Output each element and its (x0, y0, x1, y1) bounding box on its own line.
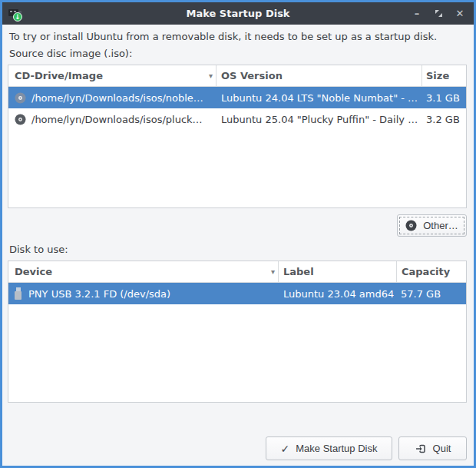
device-name: PNY USB 3.2.1 FD (/dev/sda) (28, 288, 170, 300)
quit-button[interactable]: Quit (398, 436, 467, 460)
window-title: Make Startup Disk (2, 8, 474, 19)
restore-icon (434, 8, 444, 18)
make-button-label: Make Startup Disk (296, 443, 377, 454)
titlebar[interactable]: ↓ Make Startup Disk – ✕ (2, 2, 474, 25)
capacity-value: 57.7 GB (401, 288, 441, 300)
make-startup-disk-window: ↓ Make Startup Disk – ✕ To try or instal… (0, 0, 476, 468)
disk-table-empty-area[interactable] (8, 304, 466, 402)
source-section-label: Source disc image (.iso): (9, 48, 467, 59)
dialog-content: To try or install Ubuntu from a removabl… (2, 25, 474, 466)
usb-creator-app-icon: ↓ (8, 7, 24, 21)
column-header-cd-drive-image[interactable]: CD-Drive/Image ▾ (8, 65, 217, 87)
column-header-size[interactable]: Size (422, 65, 466, 87)
disc-icon (15, 92, 26, 104)
os-version: Lubuntu 24.04 LTS "Noble Numbat" - … (221, 92, 418, 104)
intro-text: To try or install Ubuntu from a removabl… (9, 31, 467, 42)
check-icon: ✓ (281, 443, 290, 455)
column-header-label: CD-Drive/Image (15, 70, 103, 81)
disc-icon (15, 114, 26, 125)
iso-path: /home/lyn/Downloads/isos/pluck… (31, 114, 203, 125)
column-header-label-col[interactable]: Label (279, 261, 397, 283)
disk-row-pny-usb[interactable]: PNY USB 3.2.1 FD (/dev/sda) Lubuntu 23.0… (8, 283, 466, 304)
dialog-actions: ✓ Make Startup Disk Quit (8, 436, 467, 460)
column-header-label: Label (283, 266, 314, 277)
source-table-empty-area[interactable] (8, 130, 466, 207)
close-button[interactable]: ✕ (453, 7, 467, 21)
sort-descending-icon: ▾ (271, 267, 278, 276)
disk-section-label: Disk to use: (9, 244, 467, 255)
disc-icon (405, 220, 417, 231)
column-header-capacity[interactable]: Capacity (397, 261, 466, 283)
column-header-label: OS Version (221, 70, 283, 81)
quit-button-label: Quit (433, 443, 451, 454)
source-image-table: CD-Drive/Image ▾ OS Version Size (8, 65, 467, 208)
os-version: Lubuntu 25.04 "Plucky Puffin" - Daily … (221, 114, 418, 125)
source-row-plucky[interactable]: /home/lyn/Downloads/isos/pluck… Lubuntu … (8, 108, 466, 130)
column-header-label: Size (426, 70, 449, 81)
disk-table: Device ▾ Label Capacity PNY USB 3.2.1 FD… (8, 261, 467, 403)
iso-size: 3.2 GB (426, 114, 460, 125)
sort-descending-icon: ▾ (209, 71, 216, 80)
column-header-os-version[interactable]: OS Version (217, 65, 422, 87)
minimize-button[interactable]: – (410, 7, 424, 21)
quit-exit-icon (415, 443, 427, 455)
source-table-header: CD-Drive/Image ▾ OS Version Size (8, 65, 466, 87)
iso-path: /home/lyn/Downloads/isos/noble… (31, 92, 203, 104)
source-row-noble[interactable]: /home/lyn/Downloads/isos/noble… Lubuntu … (8, 87, 466, 108)
disk-table-header: Device ▾ Label Capacity (8, 261, 466, 283)
other-iso-button[interactable]: Other… (397, 214, 467, 237)
other-button-label: Other… (423, 220, 458, 231)
column-header-label: Capacity (402, 266, 450, 277)
usb-stick-icon (15, 287, 21, 300)
column-header-label: Device (15, 266, 52, 277)
restore-button[interactable] (431, 7, 445, 21)
download-badge-icon: ↓ (13, 12, 22, 22)
iso-size: 3.1 GB (426, 92, 460, 104)
volume-label: Lubuntu 23.04 amd64 (283, 288, 394, 300)
make-startup-disk-button[interactable]: ✓ Make Startup Disk (266, 436, 392, 460)
column-header-device[interactable]: Device ▾ (8, 261, 279, 283)
